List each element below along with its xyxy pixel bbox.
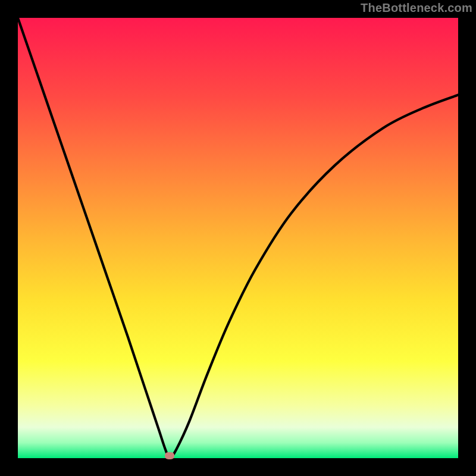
plot-area xyxy=(18,18,458,458)
optimal-point-marker xyxy=(165,452,174,459)
watermark-text: TheBottleneck.com xyxy=(361,1,472,15)
bottleneck-curve xyxy=(18,18,458,458)
chart-frame: TheBottleneck.com xyxy=(0,0,476,476)
